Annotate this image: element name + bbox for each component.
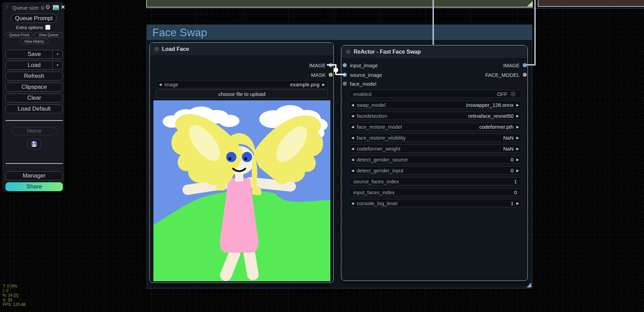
close-icon[interactable]: ✕ [61,4,65,10]
port-input-input-image[interactable]: input_image [343,62,378,69]
toggle-knob-icon[interactable] [510,91,516,97]
combo-left-arrow-icon[interactable]: ◀ [348,169,357,172]
manager-label: Manager [23,172,45,179]
port-output-mask[interactable]: MASK [311,71,333,78]
clear-button[interactable]: Clear [5,94,63,102]
port-dot-image-icon[interactable] [523,63,527,67]
choose-file-button[interactable]: choose file to upload [156,89,328,98]
extra-options-label: Extra options [16,25,43,30]
port-dot-source-image-icon[interactable] [343,73,347,77]
canvas-stats-overlay: T: 0.00s I: 0 N: 14 [2] V: 33 FPS: 120.4… [3,284,26,307]
load-button[interactable]: Load ▼ [5,61,63,70]
view-queue-button[interactable]: View Queue [34,32,63,38]
port-input-face-model[interactable]: face_model [343,80,376,87]
port-output-image[interactable]: IMAGE [309,62,333,69]
combo-left-arrow-icon[interactable]: ◀ [348,147,357,151]
widget-image-combo[interactable]: ◀ image example.png ▶ [156,80,328,88]
widget-value: 0 [514,189,517,195]
example-drawing [153,100,330,281]
combo-right-arrow-icon[interactable]: ▶ [513,114,522,118]
widget-label: facedetection [357,113,387,119]
offscreen-node-bottom-olive[interactable] [146,0,533,8]
widget-codeformer-weight[interactable]: ◀ codeformer_weight NaN ▶ [348,144,522,153]
share-label: Share [26,183,42,190]
load-default-button[interactable]: Load Default [5,104,63,113]
port-output-face-model[interactable]: FACE_MODEL [485,71,527,78]
clipspace-button[interactable]: Clipspace [5,83,63,91]
widget-facedetection[interactable]: ◀ facedetection retinaface_resnet50 ▶ [348,112,522,120]
queue-front-button[interactable]: Queue Front [5,32,33,38]
queue-prompt-button[interactable]: Queue Prompt [11,14,57,23]
combo-left-arrow-icon[interactable]: ◀ [156,83,164,86]
widget-input-faces-index[interactable]: input_faces_index 0 [348,188,522,196]
port-output-image[interactable]: IMAGE [503,62,527,69]
gallery-icon[interactable] [53,5,59,10]
combo-right-arrow-icon[interactable]: ▶ [319,83,328,86]
widget-source-faces-index[interactable]: source_faces_index 1 [348,177,522,185]
save-dropdown-arrow-icon[interactable]: ▼ [52,50,63,58]
combo-left-arrow-icon[interactable]: ◀ [348,158,357,161]
extra-options-checkbox[interactable] [45,25,50,30]
widget-face-restore-model[interactable]: ◀ face_restore_model codeformer.pth ▶ [348,123,522,131]
drag-handle-icon[interactable]: ⠿ [5,5,9,10]
node-resize-handle-icon[interactable] [527,1,533,6]
widget-value: 0 [511,157,513,162]
combo-right-arrow-icon[interactable]: ▶ [513,125,522,129]
combo-right-arrow-icon[interactable]: ▶ [513,169,522,172]
port-input-source-image[interactable]: source_image [343,71,382,78]
view-history-button[interactable]: View History [20,39,49,44]
refresh-button[interactable]: Refresh [5,72,63,81]
combo-left-arrow-icon[interactable]: ◀ [348,136,357,140]
node-reactor-fast-face-swap[interactable]: ReActor - Fast Face Swap input_image sou… [341,45,528,281]
node-collapse-dot-icon[interactable] [346,49,351,54]
manager-button[interactable]: Manager [5,171,63,180]
node-collapse-dot-icon[interactable] [154,47,159,51]
view-queue-label: View Queue [39,33,58,37]
save-workflow-button[interactable] [27,139,41,150]
node-load-face-header[interactable]: Load Face [150,43,333,56]
comfy-menu-panel[interactable]: ⠿ Queue size: 0 ⚙ ✕ Queue Prompt Extra o… [2,2,64,192]
combo-left-arrow-icon[interactable]: ◀ [348,201,357,205]
port-dot-input-image-icon[interactable] [343,63,347,67]
port-dot-image-icon[interactable] [329,63,333,67]
combo-right-arrow-icon[interactable]: ▶ [513,103,522,107]
widget-label: face_restore_visibility [357,135,406,141]
stat-time: T: 0.00s [3,284,26,289]
port-dot-face-model-out-icon[interactable] [523,73,527,77]
node-load-face-title: Load Face [162,46,189,52]
combo-left-arrow-icon[interactable]: ◀ [348,114,357,118]
menu-divider [5,163,63,164]
combo-right-arrow-icon[interactable]: ▶ [513,136,522,140]
settings-gear-icon[interactable]: ⚙ [45,4,50,11]
combo-right-arrow-icon[interactable]: ▶ [513,158,522,161]
widget-detect-gender-input[interactable]: ◀ detect_gender_input 0 ▶ [348,166,522,174]
view-history-label: View History [24,39,44,43]
combo-left-arrow-icon[interactable]: ◀ [348,103,357,107]
widget-value: 1 [511,200,513,206]
port-dot-mask-icon[interactable] [329,73,333,77]
widget-detect-gender-source[interactable]: ◀ detect_gender_source 0 ▶ [348,155,522,164]
widget-face-restore-visibility[interactable]: ◀ face_restore_visibility NaN ▶ [348,133,522,142]
share-button[interactable]: Share [5,182,63,191]
widget-value: NaN [503,135,513,141]
widget-label: detect_gender_source [357,157,408,162]
group-title-bar[interactable]: Face Swap [147,25,532,40]
widget-value: example.png [290,82,319,87]
node-reactor-header[interactable]: ReActor - Fast Face Swap [341,45,527,58]
combo-right-arrow-icon[interactable]: ▶ [513,147,522,151]
port-dot-face-model-icon[interactable] [343,82,347,86]
widget-enabled[interactable]: enabled OFF [348,90,522,98]
home-button[interactable]: Home [12,127,57,135]
node-graph-canvas[interactable]: Face Swap Load Face IMAGE MASK ◀ image e… [0,0,644,312]
group-resize-handle-icon[interactable] [526,283,531,287]
widget-console-log-level[interactable]: ◀ console_log_level 1 ▶ [348,199,522,207]
home-label: Home [27,128,42,134]
stat-version: V: 33 [3,298,26,303]
offscreen-node-bottom-maroon[interactable] [538,0,644,7]
save-button[interactable]: Save ▼ [5,50,63,59]
combo-left-arrow-icon[interactable]: ◀ [348,125,357,129]
combo-right-arrow-icon[interactable]: ▶ [513,201,522,205]
widget-swap-model[interactable]: ◀ swap_model inswapper_128.onnx ▶ [348,101,522,109]
load-dropdown-arrow-icon[interactable]: ▼ [52,61,63,69]
node-load-face[interactable]: Load Face IMAGE MASK ◀ image example.png… [149,42,334,283]
